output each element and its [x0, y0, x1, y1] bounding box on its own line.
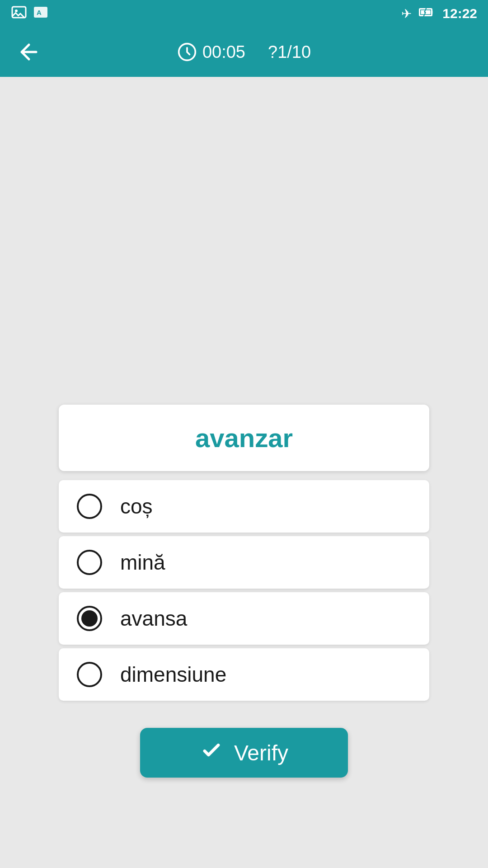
status-bar: A ✈ 12:22 — [0, 0, 488, 27]
radio-opt3 — [77, 606, 102, 631]
svg-point-1 — [15, 9, 18, 12]
timer-value: 00:05 — [202, 42, 245, 62]
radio-opt2 — [77, 550, 102, 575]
main-content: avanzar coș mină avansa dimensiune Verif… — [0, 77, 488, 868]
option-4-text: dimensiune — [120, 662, 226, 687]
checkmark-icon — [200, 738, 223, 767]
option-1-text: coș — [120, 494, 153, 519]
options-container: coș mină avansa dimensiune — [59, 480, 429, 701]
verify-label: Verify — [234, 741, 288, 765]
question-counter: ?1/10 — [268, 42, 311, 62]
battery-icon — [419, 4, 435, 24]
nav-bar: 00:05 ?1/10 — [0, 27, 488, 77]
verify-button[interactable]: Verify — [140, 728, 348, 778]
airplane-icon: ✈ — [401, 6, 412, 21]
option-2[interactable]: mină — [59, 536, 429, 589]
nav-center: 00:05 ?1/10 — [177, 42, 311, 62]
question-card: avanzar — [59, 405, 429, 471]
font-icon: A — [33, 4, 49, 24]
radio-opt1 — [77, 494, 102, 519]
status-time: 12:22 — [442, 6, 477, 21]
timer-display: 00:05 — [177, 42, 245, 62]
question-word: avanzar — [195, 423, 293, 453]
clock-icon — [177, 42, 197, 62]
image-icon — [11, 4, 27, 24]
svg-text:A: A — [37, 9, 42, 16]
back-button[interactable] — [18, 41, 40, 63]
option-2-text: mină — [120, 550, 165, 575]
option-4[interactable]: dimensiune — [59, 648, 429, 701]
radio-opt4 — [77, 662, 102, 687]
option-3[interactable]: avansa — [59, 592, 429, 645]
question-counter-value: ?1/10 — [268, 42, 311, 62]
option-1[interactable]: coș — [59, 480, 429, 533]
option-3-text: avansa — [120, 606, 187, 631]
status-bar-left-icons: A — [11, 4, 49, 24]
status-bar-right-icons: ✈ 12:22 — [401, 4, 477, 24]
